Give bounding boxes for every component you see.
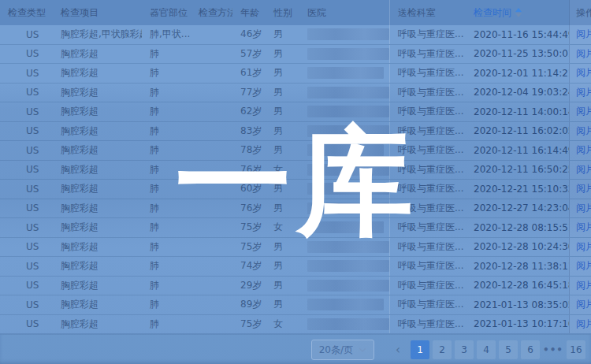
column-header-exam-item: 检查项目	[53, 6, 142, 20]
cell-exam-time: 2020-11-25 13:50:01	[469, 45, 569, 64]
table-row: US 胸腔彩超 肺 57岁 男 呼吸与重症医... 2020-11-25 13:…	[0, 45, 591, 65]
cell-exam-item: 胸腔彩超	[53, 277, 142, 295]
cell-hospital	[299, 218, 390, 237]
column-header-exam-time[interactable]: 检查时间	[469, 6, 569, 20]
cell-department: 呼吸与重症医...	[390, 180, 469, 199]
cell-gender: 女	[266, 315, 299, 334]
sort-asc-icon[interactable]	[515, 8, 522, 12]
view-film-link[interactable]: 阅片	[576, 163, 591, 176]
view-film-link[interactable]: 阅片	[576, 86, 591, 99]
cell-actions: 阅片	[569, 84, 591, 102]
exam-time-label: 检查时间	[474, 6, 511, 20]
cell-exam-item: 胸腔彩超	[53, 84, 142, 102]
cell-organ-site: 肺	[142, 45, 191, 64]
cell-gender: 男	[266, 45, 299, 64]
page-button-16[interactable]: 16	[567, 340, 585, 359]
redacted-hospital-block	[307, 260, 389, 272]
cell-gender: 男	[266, 64, 299, 83]
cell-exam-type: US	[0, 122, 53, 141]
redacted-hospital-block	[307, 48, 389, 60]
page-size-select[interactable]: 20条/页	[311, 340, 374, 360]
page-size-label: 20条/页	[319, 344, 353, 357]
cell-gender: 女	[266, 161, 299, 180]
column-header-exam-type: 检查类型	[0, 6, 53, 20]
cell-gender: 男	[266, 84, 299, 102]
view-film-link[interactable]: 阅片	[576, 240, 591, 254]
table-row: US 胸腔彩超 肺 61岁 男 呼吸与重症医... 2020-12-01 11:…	[0, 64, 591, 84]
column-header-gender: 性别	[266, 6, 299, 20]
page-button-4[interactable]: 4	[477, 340, 496, 359]
cell-actions: 阅片	[569, 277, 591, 295]
cell-organ-site: 肺	[142, 161, 191, 180]
cell-gender: 男	[266, 141, 299, 160]
table-row: US 胸腔彩超 肺 62岁 男 呼吸与重症医... 2020-12-11 14:…	[0, 102, 591, 122]
view-film-link[interactable]: 阅片	[576, 66, 591, 80]
cell-hospital	[299, 64, 390, 83]
cell-hospital	[299, 277, 390, 295]
view-film-link[interactable]: 阅片	[576, 298, 591, 311]
redacted-hospital-block	[307, 299, 384, 310]
view-film-link[interactable]: 阅片	[576, 143, 591, 157]
cell-age: 89岁	[232, 295, 266, 314]
page-ellipsis[interactable]: •••	[543, 340, 563, 359]
page-button-5[interactable]: 5	[499, 340, 518, 359]
cell-exam-item: 胸腔彩超	[53, 45, 142, 64]
redacted-hospital-block	[307, 280, 389, 292]
cell-exam-time: 2020-12-11 16:50:25	[469, 161, 569, 180]
cell-exam-method	[191, 218, 232, 237]
cell-department: 呼吸与重症医...	[390, 277, 469, 295]
cell-exam-item: 胸腔彩超	[53, 238, 142, 257]
cell-exam-time: 2020-12-27 14:23:04	[469, 199, 569, 218]
table-row: US 胸腔彩超 肺 60岁 男 呼吸与重症医... 2020-12-21 15:…	[0, 180, 591, 199]
cell-age: 46岁	[232, 25, 266, 44]
cell-exam-type: US	[0, 141, 53, 160]
sort-desc-icon[interactable]	[515, 13, 522, 17]
view-film-link[interactable]: 阅片	[576, 279, 591, 292]
cell-hospital	[299, 84, 390, 102]
cell-exam-time: 2020-12-11 16:14:49	[469, 141, 569, 160]
page-button-1[interactable]: 1	[411, 340, 429, 359]
prev-page-button[interactable]: ‹	[388, 340, 407, 359]
view-film-link[interactable]: 阅片	[576, 182, 591, 195]
cell-hospital	[299, 315, 390, 334]
cell-gender: 男	[266, 25, 299, 44]
view-film-link[interactable]: 阅片	[576, 202, 591, 215]
cell-exam-item: 胸腔彩超	[53, 315, 142, 334]
cell-exam-type: US	[0, 315, 53, 334]
view-film-link[interactable]: 阅片	[576, 124, 591, 138]
cell-exam-time: 2020-12-28 16:45:18	[469, 277, 569, 295]
sort-caret-group[interactable]	[515, 8, 522, 17]
cell-exam-item: 胸腔彩超	[53, 141, 142, 160]
cell-organ-site: 肺	[142, 122, 191, 141]
view-film-link[interactable]: 阅片	[576, 47, 591, 61]
view-film-link[interactable]: 阅片	[576, 259, 591, 273]
view-film-link[interactable]: 阅片	[576, 318, 591, 331]
column-header-actions: 操作	[569, 0, 591, 25]
cell-age: 62岁	[232, 102, 266, 121]
cell-actions: 阅片	[569, 199, 591, 218]
cell-exam-type: US	[0, 257, 53, 276]
page-button-3[interactable]: 3	[455, 340, 474, 359]
cell-actions: 阅片	[569, 122, 591, 141]
cell-organ-site: 肺	[142, 102, 191, 121]
cell-department: 呼吸与重症医...	[390, 25, 469, 44]
cell-exam-item: 胸腔彩超	[53, 161, 142, 180]
cell-actions: 阅片	[569, 295, 591, 314]
cell-exam-item: 胸腔彩超	[53, 64, 142, 83]
cell-hospital	[299, 238, 390, 257]
view-film-link[interactable]: 阅片	[576, 221, 591, 234]
cell-actions: 阅片	[569, 238, 591, 257]
view-film-link[interactable]: 阅片	[576, 28, 591, 41]
page-button-2[interactable]: 2	[433, 340, 452, 359]
page-button-6[interactable]: 6	[521, 340, 540, 359]
table-row: US 胸腔彩超 肺 29岁 男 呼吸与重症医... 2020-12-28 16:…	[0, 277, 591, 296]
exam-list-screen: 检查类型 检查项目 器官部位 检查方法 年龄 性别 医院 送检科室 检查时间 操…	[0, 0, 591, 364]
view-film-link[interactable]: 阅片	[576, 105, 591, 118]
cell-actions: 阅片	[569, 45, 591, 64]
table-row: US 胸腔彩超 肺 76岁 男 呼吸与重症医... 2020-12-27 14:…	[0, 199, 591, 219]
cell-actions: 阅片	[569, 180, 591, 199]
cell-department: 呼吸与重症医...	[390, 45, 469, 64]
cell-exam-time: 2020-12-28 10:24:30	[469, 238, 569, 257]
cell-exam-type: US	[0, 84, 53, 102]
cell-hospital	[299, 102, 390, 121]
